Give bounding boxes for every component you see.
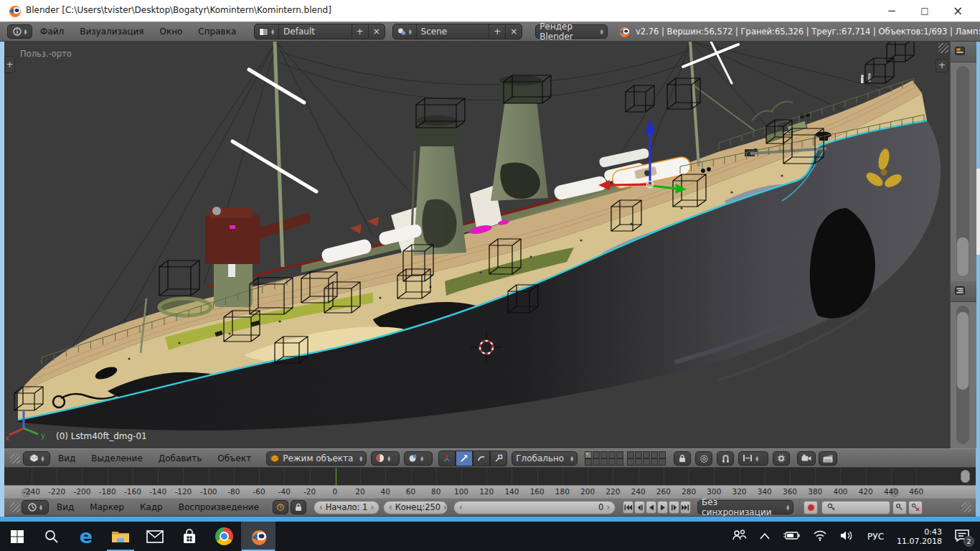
prev-keyframe-button[interactable] — [634, 501, 645, 514]
taskbar-store-button[interactable] — [172, 522, 207, 551]
timeline-vscrollbar[interactable] — [961, 470, 970, 483]
editor-corner-grip[interactable] — [10, 502, 20, 512]
layer-toggle[interactable] — [651, 451, 658, 458]
timeline-menu[interactable]: Воспроизведение — [179, 502, 259, 512]
next-keyframe-button[interactable] — [669, 501, 679, 514]
frame-start-field[interactable]: ‹ Начало: 1 › — [314, 501, 380, 514]
opengl-render-anim-button[interactable] — [819, 451, 837, 466]
tray-chevron-button[interactable] — [760, 532, 770, 542]
play-button[interactable] — [657, 501, 668, 514]
start-button[interactable] — [0, 522, 34, 551]
outliner-scrollbar-thumb[interactable] — [956, 311, 969, 390]
editor-type-info-button[interactable]: ▲▼ — [7, 24, 32, 39]
manipulator-axes-button[interactable] — [438, 451, 456, 466]
view3d-menu[interactable]: Объект — [217, 453, 251, 463]
viewport-3d[interactable]: x y Польз.-орто (0) Lstm40ft_dmg-01 + + — [4, 42, 976, 448]
scene-name[interactable]: Scene — [417, 24, 490, 39]
taskbar-chrome-button[interactable] — [207, 522, 241, 551]
editor-type-timeline-button[interactable]: ▲▼ — [22, 500, 49, 514]
keying-set-field[interactable] — [821, 501, 890, 514]
layout-name[interactable]: Default — [279, 24, 352, 39]
view3d-menu[interactable]: Выделение — [91, 453, 142, 463]
viewport-shading-select[interactable]: ▲▼ — [371, 451, 400, 466]
layer-toggle[interactable] — [627, 458, 634, 466]
timeline-menu[interactable]: Кадр — [140, 502, 163, 512]
top-menu[interactable]: Справка — [198, 27, 236, 37]
frame-end-field[interactable]: ‹ Конец: 250 › — [383, 501, 448, 514]
tray-people-button[interactable] — [731, 529, 747, 544]
snap-target-button[interactable] — [773, 451, 790, 466]
layer-toggle[interactable] — [651, 458, 658, 466]
maximize-button[interactable]: □ — [908, 0, 941, 22]
view3d-menu[interactable]: Вид — [58, 453, 75, 463]
play-reverse-button[interactable] — [646, 501, 656, 514]
close-button[interactable]: × — [941, 0, 974, 22]
top-menu[interactable]: Файл — [40, 27, 64, 37]
tray-volume-button[interactable] — [840, 530, 854, 543]
layer-toggle[interactable] — [616, 458, 623, 466]
timeline-ruler[interactable]: -240-220-200-180-160-140-120-100-80-60-4… — [4, 485, 976, 498]
timeline-menu[interactable]: Вид — [57, 502, 74, 512]
window-titlebar[interactable]: Blender [C:\Users\tvister\Desktop\Bogaty… — [0, 0, 980, 22]
snap-element-select[interactable]: ▲▼ — [738, 451, 768, 466]
editor-corner-grip[interactable] — [961, 502, 971, 512]
layer-toggle[interactable] — [585, 451, 592, 458]
layer-toggle[interactable] — [627, 451, 634, 458]
delete-keyframe-button[interactable] — [908, 501, 923, 514]
current-frame-field[interactable]: ‹ 0 › — [453, 501, 616, 514]
properties-editor-sliver[interactable] — [950, 42, 976, 281]
taskbar-blender-button[interactable] — [241, 522, 275, 551]
layout-delete-button[interactable]: × — [369, 24, 385, 39]
scene-add-button[interactable]: + — [489, 24, 506, 39]
layout-add-button[interactable]: + — [352, 24, 369, 39]
frames-range-button[interactable] — [273, 500, 288, 514]
taskbar-explorer-button[interactable] — [103, 522, 138, 551]
top-menu[interactable]: Визуализация — [80, 27, 143, 37]
viewport-3d-scene[interactable]: x y — [4, 42, 950, 448]
timeline-track[interactable] — [4, 468, 976, 485]
lock-to-scene-button[interactable] — [674, 451, 691, 466]
layer-toggle[interactable] — [608, 451, 616, 458]
action-center-button[interactable]: 2 — [954, 529, 970, 545]
taskbar-edge-button[interactable]: e — [69, 522, 103, 551]
layer-toggle[interactable] — [600, 451, 608, 458]
manipulator-rotate-button[interactable] — [473, 451, 490, 466]
proportional-edit-button[interactable]: ◎ — [695, 451, 712, 466]
lock-time-button[interactable] — [291, 500, 306, 514]
opengl-render-button[interactable] — [797, 451, 816, 466]
taskbar-search-button[interactable] — [34, 522, 69, 551]
tray-battery-button[interactable] — [783, 530, 800, 542]
layer-toggle[interactable] — [593, 451, 600, 458]
taskbar-mail-button[interactable] — [138, 522, 172, 551]
render-engine-select[interactable]: Рендер Blender ▲▼ — [535, 24, 607, 39]
tray-clock[interactable]: 0:43 11.07.2018 — [897, 527, 942, 546]
tray-wifi-button[interactable] — [813, 530, 827, 543]
layer-toggle[interactable] — [643, 458, 650, 466]
npanel-open-tab[interactable]: + — [936, 59, 948, 72]
mode-select[interactable]: Режим объекта ▲▼ — [266, 451, 367, 466]
screen-layout-selector[interactable]: ▲▼ Default + × — [254, 24, 385, 39]
editor-corner-grip[interactable] — [938, 43, 948, 53]
tray-language-button[interactable]: РУС — [867, 532, 884, 542]
minimize-button[interactable]: − — [875, 0, 908, 22]
scene-selector[interactable]: ▲▼ Scene + × — [392, 24, 523, 39]
top-menu[interactable]: Окно — [159, 27, 182, 37]
layer-toggle[interactable] — [643, 451, 650, 458]
properties-editor-header[interactable] — [951, 42, 976, 62]
transform-orientation-select[interactable]: Глобально ▲▼ — [512, 451, 578, 466]
scene-delete-button[interactable]: × — [506, 24, 522, 39]
record-button[interactable] — [804, 501, 818, 514]
layer-toggle[interactable] — [608, 458, 616, 466]
outliner-scrollbar[interactable] — [956, 306, 969, 444]
layer-toggle[interactable] — [659, 451, 666, 458]
layer-toggle[interactable] — [616, 451, 623, 458]
layer-toggle[interactable] — [659, 458, 666, 466]
layer-toggle[interactable] — [593, 458, 600, 466]
outliner-editor-sliver[interactable] — [950, 281, 976, 448]
layer-toggle[interactable] — [585, 458, 592, 466]
layer-toggle[interactable] — [600, 458, 608, 466]
insert-keyframe-button[interactable] — [892, 501, 907, 514]
pivot-point-select[interactable]: ▲▼ — [404, 451, 433, 466]
toolshelf-open-tab[interactable]: + — [4, 56, 15, 73]
snap-toggle-button[interactable] — [717, 451, 734, 466]
